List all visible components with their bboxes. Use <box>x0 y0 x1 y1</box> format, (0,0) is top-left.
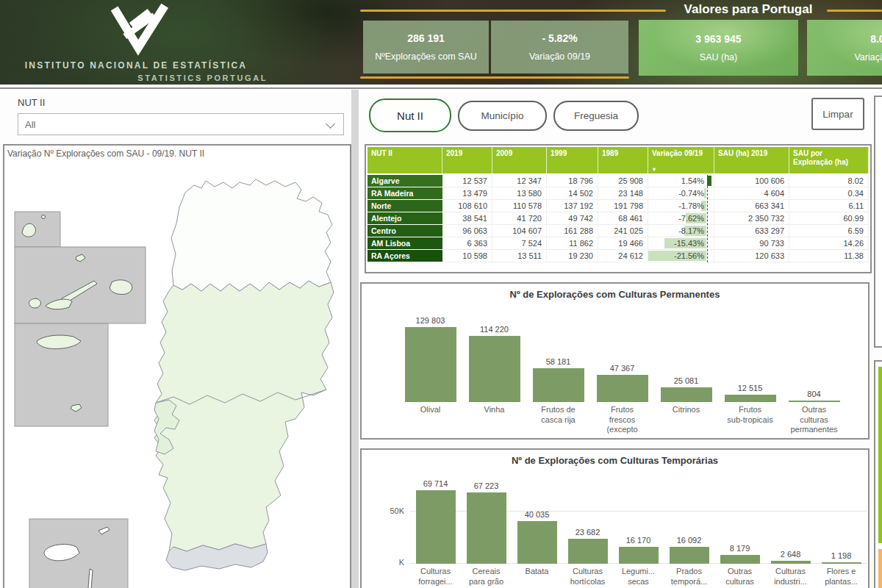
bar-value-label: 47 367 <box>610 364 635 373</box>
bar[interactable] <box>597 375 648 402</box>
category-label: Frutossub-tropicais <box>718 405 782 435</box>
bar[interactable] <box>771 561 811 564</box>
category-label: Culturasforragei... <box>410 567 461 587</box>
column-header[interactable]: 2019 <box>442 147 492 173</box>
table-row[interactable]: AM Lisboa6 3637 52411 86219 466-15.43%90… <box>368 237 869 250</box>
kpi-value: 286 191 <box>407 32 445 44</box>
bar-slot: 129 803 <box>398 309 462 402</box>
value-cell: 2 350 732 <box>714 212 789 225</box>
value-cell: 23 148 <box>598 187 648 200</box>
azores-inset-corvo-flores[interactable] <box>15 212 60 247</box>
value-cell: 1.54% <box>648 175 714 187</box>
bar[interactable] <box>822 562 861 564</box>
bar[interactable] <box>725 395 776 402</box>
bar[interactable] <box>469 336 520 402</box>
bar-slot: 16 170 <box>613 478 664 564</box>
level-button-freguesia[interactable]: Freguesia <box>553 101 639 131</box>
bar-value-label: 129 803 <box>416 316 445 325</box>
column-header[interactable]: SAU (ha) 2019 <box>714 147 789 173</box>
column-divider <box>351 90 359 588</box>
bar[interactable] <box>568 539 608 564</box>
value-cell: -21.56% <box>648 250 714 262</box>
column-header[interactable]: 2009 <box>492 147 547 173</box>
bar[interactable] <box>789 401 840 402</box>
value-cell: -1.78% <box>648 200 714 212</box>
bar[interactable] <box>619 547 659 564</box>
logo-text-pt: INSTITUTO NACIONAL DE ESTATÍSTICA <box>4 60 268 71</box>
value-cell: 0.34 <box>789 187 869 200</box>
region-label-cell[interactable]: RA Madeira <box>368 187 442 200</box>
bar-value-label: 58 181 <box>546 357 571 366</box>
region-label-cell[interactable]: Algarve <box>368 175 442 187</box>
level-button-municipio[interactable]: Município <box>458 101 547 131</box>
kpi-label: NºExplorações com SAU <box>375 51 477 62</box>
map-region-norte[interactable] <box>171 179 332 291</box>
bar[interactable] <box>405 327 456 402</box>
bar-value-label: 12 515 <box>738 384 763 392</box>
region-label-cell[interactable]: Centro <box>368 225 442 237</box>
table-row[interactable]: RA Açores10 59813 51119 23024 612-21.56%… <box>368 250 869 262</box>
bar[interactable] <box>467 492 506 564</box>
value-cell: 6.11 <box>789 200 869 212</box>
chart-category-axis: OlivalVinhaFrutos decasca rijaFrutosfres… <box>398 405 846 435</box>
region-label-cell[interactable]: AM Lisboa <box>368 237 442 250</box>
bar-slot: 16 092 <box>664 478 714 564</box>
value-cell: 108 610 <box>442 200 492 212</box>
bar-slot: 8 179 <box>714 478 765 564</box>
bar[interactable] <box>517 521 557 564</box>
column-header[interactable]: 1989 <box>598 147 648 173</box>
chart-title: Nº de Explorações com Culturas Permanent… <box>362 289 868 300</box>
bar-value-label: 40 035 <box>525 510 550 519</box>
ine-logo-icon <box>101 1 175 60</box>
header-separator-line <box>0 87 882 89</box>
bar[interactable] <box>416 490 456 564</box>
column-header-variacao[interactable]: Variação 09/19 ▾ <box>648 147 714 173</box>
clipped-panel-right-top <box>874 96 882 348</box>
value-cell: 4 604 <box>714 187 789 200</box>
header-title: Valores para Portugal <box>682 2 814 17</box>
bar[interactable] <box>670 547 709 564</box>
category-label: Batata <box>512 567 562 587</box>
table-row[interactable]: Alentejo38 54141 72049 74268 461-7.62%2 … <box>368 212 869 225</box>
table-row[interactable]: Centro96 063104 607161 288241 025-8.17%6… <box>368 225 869 237</box>
chevron-down-icon[interactable] <box>326 119 335 129</box>
kpi-value: 3 963 945 <box>695 33 741 45</box>
level-button-nut2[interactable]: Nut II <box>369 98 451 132</box>
region-label-cell[interactable]: Alentejo <box>368 212 442 225</box>
table-row[interactable]: RA Madeira13 47913 58014 50223 148-0.74%… <box>368 187 869 200</box>
table-row[interactable]: Norte108 610110 578137 192191 798-1.78%6… <box>368 200 869 212</box>
bar[interactable] <box>533 368 584 402</box>
value-cell: 161 288 <box>547 225 598 237</box>
category-label: Vinha <box>462 405 526 435</box>
category-label: Frutosfrescos(excepto <box>590 405 654 435</box>
clear-filters-button[interactable]: Limpar <box>811 98 864 130</box>
dropdown-value: All <box>25 119 35 130</box>
table-row[interactable]: Algarve12 53712 34718 79625 9081.54%100 … <box>368 175 869 187</box>
kpi-card-variacao-sau: 8.06% Variação 09/19 <box>807 20 882 76</box>
region-label-cell[interactable]: Norte <box>368 200 442 212</box>
map-region-centro-alentejo[interactable] <box>154 281 334 551</box>
category-label: Frutos decasca rija <box>526 405 590 435</box>
column-header[interactable]: SAU por Exploração (ha) <box>789 147 869 173</box>
map-title: Variação Nº Explorações com SAU - 09/19.… <box>7 148 204 159</box>
category-label: Legumi...secas <box>613 567 664 587</box>
bar-slot: 47 367 <box>590 309 654 402</box>
category-label: Citrinos <box>654 405 718 435</box>
bar[interactable] <box>720 555 760 564</box>
map-panel: Variação Nº Explorações com SAU - 09/19.… <box>3 144 351 588</box>
bar-slot: 67 223 <box>461 478 512 564</box>
kpi-label: Variação 09/19 <box>854 52 882 62</box>
region-label-cell[interactable]: RA Açores <box>368 250 442 262</box>
bar-value-label: 67 223 <box>474 481 499 490</box>
clipped-green-bar <box>878 367 882 543</box>
column-header[interactable]: 1999 <box>547 147 598 173</box>
bar-value-label: 1 198 <box>831 551 852 560</box>
bar[interactable] <box>661 387 712 402</box>
value-cell: 191 798 <box>598 200 648 212</box>
chart-category-axis: Culturasforragei...Cereaispara grãoBatat… <box>410 567 867 587</box>
column-header[interactable]: NUT II <box>368 147 442 173</box>
value-cell: 49 742 <box>547 212 598 225</box>
chart-title: Nº de Explorações com Culturas Temporári… <box>362 455 868 466</box>
value-cell: 60.99 <box>789 212 869 225</box>
nut2-dropdown[interactable]: All <box>18 113 344 135</box>
